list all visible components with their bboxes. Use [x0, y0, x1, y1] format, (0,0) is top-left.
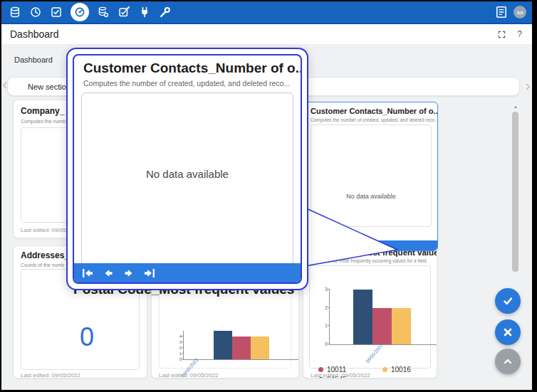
card-content-box: No data available [311, 125, 432, 227]
card-title: Customer Contacts_Number of o... [311, 107, 438, 115]
next-page-icon[interactable] [333, 242, 340, 249]
check-icon [502, 295, 513, 307]
y-axis-tick: 3 [320, 287, 328, 292]
checklist-icon[interactable] [50, 6, 63, 18]
previous-page-icon[interactable] [321, 242, 328, 249]
card-content-box: 0123 09/05/2022 100111001694545 [309, 265, 431, 369]
help-icon[interactable]: ? [517, 29, 522, 39]
previous-page-icon[interactable] [102, 267, 115, 279]
top-toolbar: aa [1, 1, 532, 24]
scroll-to-top-button[interactable] [495, 349, 521, 374]
popup-card: Customer Contacts_Number of o... Compute… [73, 54, 302, 284]
database-icon[interactable] [9, 6, 21, 18]
card-subtitle: Computes the number of created, updated,… [311, 117, 438, 122]
last-edited-label: Last edited: 09/05/2022 [21, 372, 80, 378]
cancel-button[interactable] [495, 319, 521, 345]
popup-content-box: No data available [81, 92, 293, 270]
card-title: Company_ [21, 106, 64, 116]
last-edited-label: Last edited: 09/05/2022 [311, 372, 370, 378]
bar-94545 [353, 290, 372, 344]
toolbar-right: aa [495, 6, 526, 18]
card-postal-frequent-values[interactable]: Postal Code_Most frequent values Compute… [303, 245, 437, 378]
gauge-icon[interactable] [71, 3, 89, 21]
chevron-up-icon [502, 356, 513, 367]
database-gear-icon[interactable] [97, 6, 110, 18]
bar-10011 [372, 308, 392, 344]
card-subtitle: Computes the most frequently occurring v… [309, 258, 427, 263]
y-axis-tick: 1 [320, 323, 328, 328]
tab-new-section[interactable]: New section [28, 83, 71, 91]
breadcrumb-dashboard[interactable]: Dashboard [14, 55, 53, 64]
y-axis-tick: 0 [174, 357, 182, 361]
chart-plot-area: 01234 [183, 331, 299, 360]
plug-icon[interactable] [138, 6, 151, 18]
no-data-message: No data available [311, 193, 431, 200]
last-page-icon[interactable] [143, 267, 156, 279]
close-icon [502, 327, 513, 338]
tabs-scroll-right-icon[interactable] [523, 83, 532, 91]
x-axis-date-label: 09/05/2022 [365, 343, 383, 364]
bar-chart-city: 01234 09/05/2022 [183, 331, 299, 360]
bar-chart-postal: 0123 09/05/2022 [329, 290, 437, 345]
scrollbar-thumb[interactable] [512, 112, 518, 272]
last-edited-label: Last edited: 09/05/2022 [159, 372, 219, 378]
bar-10016 [392, 308, 411, 344]
y-axis-tick: 2 [174, 346, 182, 350]
card-title: Addresses_ [21, 250, 69, 260]
page-header: Dashboard ? [1, 24, 532, 44]
popup-subtitle: Computes the number of created, updated,… [83, 79, 290, 88]
avatar[interactable]: aa [513, 6, 526, 18]
y-axis-tick: 4 [174, 334, 182, 339]
y-axis-tick: 0 [320, 341, 328, 346]
validation-icon[interactable] [118, 6, 130, 18]
confirm-button[interactable] [495, 288, 521, 314]
popup-title: Customer Contacts_Number of o... [83, 60, 302, 76]
page-title: Dashboard [10, 28, 59, 40]
first-page-icon[interactable] [81, 267, 94, 279]
wrench-icon[interactable] [159, 6, 172, 18]
legend-item: 10016 [382, 366, 411, 374]
first-page-icon[interactable] [309, 242, 316, 249]
last-page-icon[interactable] [345, 242, 353, 249]
magnifier-popup: Customer Contacts_Number of o... Compute… [66, 48, 308, 290]
form-list-icon[interactable] [495, 6, 508, 18]
scrollbar-up-arrow[interactable] [512, 105, 519, 110]
y-axis-tick: 1 [174, 351, 182, 356]
bar-new-york [214, 331, 232, 359]
y-axis-tick: 3 [174, 340, 182, 344]
popup-pagination-bar [74, 263, 301, 282]
bar-abilene [232, 337, 251, 359]
count-value: 0 [80, 322, 94, 352]
no-data-message: No data available [82, 168, 293, 180]
toolbar-icons [9, 3, 172, 21]
card-subtitle: Counts of the numb [21, 263, 64, 267]
app-window: aa Dashboard ? Dashboard t New section C… [0, 0, 537, 392]
y-axis-tick: 2 [320, 305, 328, 310]
chart-plot-area: 0123 [329, 290, 437, 345]
clock-icon[interactable] [29, 6, 42, 18]
card-customer-contacts[interactable]: Customer Contacts_Number of o... Compute… [304, 102, 438, 251]
bar-miami [251, 337, 269, 359]
card-pagination-bar [305, 240, 437, 250]
fullscreen-icon[interactable] [498, 31, 506, 38]
next-page-icon[interactable] [122, 267, 135, 279]
card-subtitle: Computes the numb [21, 119, 66, 124]
